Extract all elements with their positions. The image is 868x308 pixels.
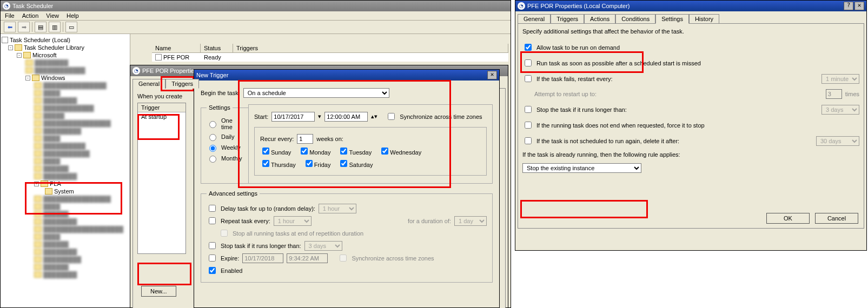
schedule-daily-label: Daily: [221, 133, 234, 140]
allow-demand-checkbox[interactable]: [525, 44, 532, 51]
run-asap-checkbox[interactable]: [525, 59, 532, 66]
tab-actions[interactable]: Actions: [584, 14, 615, 24]
tree-microsoft[interactable]: - Microsoft: [2, 51, 129, 59]
day-wednesday-checkbox[interactable]: [381, 148, 388, 155]
schedule-onetime-radio[interactable]: [209, 121, 216, 128]
fail-restart-checkbox[interactable]: [525, 75, 532, 82]
back-button[interactable]: ⬅: [4, 22, 16, 32]
run-asap-label: Run task as soon as possible after a sch…: [536, 60, 859, 66]
schedule-daily-radio[interactable]: [209, 134, 216, 141]
delete-after-label: If the task is not scheduled to run agai…: [536, 138, 813, 144]
tab-general2[interactable]: General: [518, 14, 551, 24]
help-icon[interactable]: ?: [844, 2, 853, 10]
tree-system[interactable]: System: [2, 188, 129, 195]
enabled-label: Enabled: [221, 267, 242, 274]
day-tuesday-checkbox[interactable]: [340, 148, 347, 155]
title-main: Task Scheduler: [12, 3, 53, 9]
start-time-input[interactable]: [324, 112, 368, 122]
day-saturday-checkbox[interactable]: [340, 160, 347, 167]
titlebar-newtrigger: New Trigger ✕: [194, 70, 499, 81]
col-triggers[interactable]: Triggers: [233, 44, 508, 52]
tree-blur-item: ██████: [2, 210, 129, 218]
day-monday-checkbox[interactable]: [301, 148, 308, 155]
titlebar-props2: ◔ PFE POR Properties (Local Computer) ? …: [515, 1, 866, 11]
fail-restart-label: If the task fails, restart every:: [536, 76, 818, 82]
chevron-down-icon[interactable]: ▾: [318, 113, 321, 120]
close-icon[interactable]: ✕: [854, 2, 864, 10]
menu-help[interactable]: Help: [67, 12, 79, 19]
menu-file[interactable]: File: [5, 12, 15, 19]
tree-library-label: Task Scheduler Library: [24, 44, 84, 51]
tree-blur-item: ████████: [2, 218, 129, 225]
recur-input[interactable]: [297, 134, 313, 144]
schedule-onetime-label: One time: [221, 117, 243, 130]
col-status[interactable]: Status: [201, 44, 233, 52]
tab-triggers2[interactable]: Triggers: [551, 14, 584, 24]
tree-blur-item: ████: [2, 89, 129, 97]
tab-settings[interactable]: Settings: [655, 14, 689, 24]
cancel-button[interactable]: Cancel: [815, 213, 858, 224]
tree-blur-item: █████████: [2, 127, 129, 135]
tree-library[interactable]: - Task Scheduler Library: [2, 44, 129, 51]
schedule-weekly-radio[interactable]: [209, 145, 216, 152]
duration-label: for a duration of:: [408, 218, 451, 224]
spinner-icon[interactable]: ▴▾: [371, 113, 377, 120]
stopif-checkbox[interactable]: [209, 242, 216, 249]
expire-checkbox[interactable]: [209, 255, 216, 262]
start-date-input[interactable]: [271, 112, 315, 122]
begin-task-select[interactable]: On a schedule: [243, 88, 389, 98]
title-newtrigger: New Trigger: [196, 72, 228, 78]
close-icon[interactable]: ✕: [487, 71, 497, 79]
tree-root[interactable]: Task Scheduler (Local): [2, 36, 129, 44]
menubar: File Action View Help: [1, 11, 511, 21]
newtrigger-body: Begin the task: On a schedule Settings O…: [194, 81, 499, 291]
col-name[interactable]: Name: [152, 44, 201, 52]
enabled-checkbox[interactable]: [209, 267, 216, 274]
tree-blur-item: ████: [2, 135, 129, 142]
tree-pla[interactable]: - PLA: [2, 180, 129, 188]
tab-triggers[interactable]: Triggers: [165, 79, 199, 89]
delay-checkbox[interactable]: [209, 205, 216, 212]
day-thursday-checkbox[interactable]: [262, 160, 269, 167]
force-stop-checkbox[interactable]: [525, 122, 532, 129]
menu-action[interactable]: Action: [22, 12, 39, 19]
properties-button[interactable]: ▭: [65, 22, 77, 32]
title-props2: PFE POR Properties (Local Computer): [527, 3, 630, 9]
sync-tz-checkbox[interactable]: [388, 113, 395, 120]
ok-button[interactable]: OK: [766, 213, 810, 224]
task-row[interactable]: PFE POR Ready: [152, 53, 508, 62]
new-trigger-button[interactable]: New...: [141, 286, 176, 297]
recur-label: Recur every:: [260, 136, 294, 142]
tree-blur-item: ███████████████████: [2, 225, 129, 233]
menu-view[interactable]: View: [46, 12, 59, 19]
sync-tz2-checkbox: [340, 255, 347, 262]
collapse-icon[interactable]: -: [17, 53, 22, 58]
collapse-icon[interactable]: -: [8, 45, 13, 50]
tree-system-label: System: [54, 188, 74, 195]
up-button[interactable]: ▤: [35, 22, 47, 32]
collapse-icon[interactable]: -: [25, 76, 30, 81]
schedule-monthly-radio[interactable]: [209, 156, 216, 163]
tabs-props2: General Triggers Actions Conditions Sett…: [515, 11, 866, 23]
tree-blur-item: ████: [2, 157, 129, 165]
sync-tz-label: Synchronize across time zones: [400, 113, 482, 120]
stop-longer-checkbox[interactable]: [525, 106, 532, 113]
refresh-button[interactable]: ▥: [49, 22, 61, 32]
tab-conditions[interactable]: Conditions: [615, 14, 655, 24]
forward-button[interactable]: ➡: [18, 22, 30, 32]
delete-after-checkbox[interactable]: [525, 137, 532, 144]
tab-history[interactable]: History: [689, 14, 719, 24]
panel-icon: ▤: [38, 24, 43, 31]
tree-windows[interactable]: - Windows: [2, 74, 129, 82]
day-friday-checkbox[interactable]: [306, 160, 313, 167]
day-sunday-checkbox[interactable]: [262, 148, 269, 155]
rule-select[interactable]: Stop the existing instance: [522, 163, 641, 173]
tab-general[interactable]: General: [132, 79, 165, 89]
sync-tz2-label: Synchronize across time zones: [352, 255, 434, 262]
tree-blur-item: ████████████████: [2, 195, 129, 203]
collapse-icon[interactable]: -: [34, 182, 39, 186]
tree-blur-item: ████: [2, 203, 129, 210]
trigger-list-item[interactable]: At startup: [138, 112, 185, 121]
task-row-name: PFE POR: [163, 54, 189, 61]
repeat-checkbox[interactable]: [209, 217, 216, 224]
